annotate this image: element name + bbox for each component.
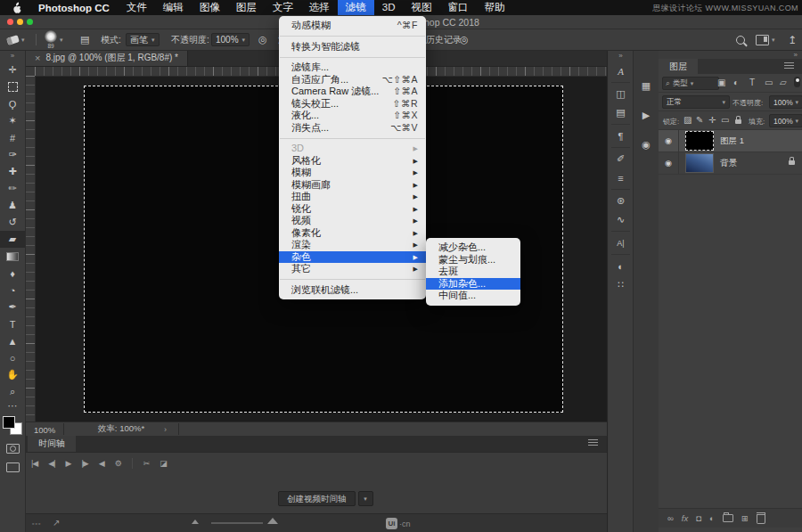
- search-button[interactable]: [736, 29, 745, 50]
- toggle-brush-settings-button[interactable]: ▤: [80, 29, 89, 50]
- pen-tool[interactable]: ✒: [0, 299, 25, 315]
- dodge-tool[interactable]: ◔: [0, 282, 25, 299]
- status-options-chevron[interactable]: ›: [164, 425, 167, 434]
- menu-item-blur[interactable]: 模糊▶: [279, 167, 426, 179]
- menu-item-pixelate[interactable]: 像素化▶: [279, 227, 426, 240]
- screen-mode-button[interactable]: [6, 462, 20, 472]
- foreground-background-colors[interactable]: [3, 416, 22, 435]
- menu-view[interactable]: 视图: [404, 0, 440, 15]
- filter-shape-layers-icon[interactable]: ▭: [765, 78, 773, 87]
- vertical-ruler[interactable]: [26, 76, 36, 422]
- filter-toggle-switch[interactable]: [794, 77, 800, 87]
- new-group-folder-icon[interactable]: [723, 514, 733, 522]
- layer-filter-type-select[interactable]: ⌕ 类型 ▾: [662, 77, 719, 90]
- brush-tool[interactable]: ✏: [0, 180, 25, 197]
- paragraph-panel-icon[interactable]: ¶: [609, 127, 633, 145]
- zoom-in-thumbnails-icon[interactable]: [267, 518, 278, 524]
- menu-item-vanishing-point[interactable]: 消失点...⌥⌘V: [279, 122, 426, 135]
- lock-artboard-icon[interactable]: ▭: [721, 115, 729, 125]
- eyedropper-tool[interactable]: ✑: [0, 146, 25, 163]
- clone-stamp-tool[interactable]: ♟: [0, 197, 25, 214]
- magic-wand-tool[interactable]: ✶: [0, 112, 25, 129]
- foreground-color-swatch[interactable]: [3, 416, 15, 429]
- filter-adjustment-layers-icon[interactable]: ◐: [733, 78, 739, 87]
- menu-item-noise-highlighted[interactable]: 杂色▶: [279, 251, 426, 264]
- layer-style-fx-icon[interactable]: fx: [682, 513, 688, 523]
- menu-item-adaptive-wide-angle[interactable]: 自适应广角...⌥⇧⌘A: [279, 74, 426, 86]
- path-select-tool[interactable]: ▲: [0, 332, 25, 349]
- menu-item-lens-correction[interactable]: 镜头校正...⇧⌘R: [279, 98, 426, 110]
- character-styles-panel-icon[interactable]: A|: [609, 233, 633, 252]
- transition-icon[interactable]: ◪: [160, 459, 167, 468]
- menu-item-despeckle[interactable]: 去斑: [426, 266, 520, 278]
- go-first-frame-button[interactable]: |◀: [31, 459, 37, 468]
- share-button[interactable]: ↥: [788, 29, 797, 50]
- brushes-panel-icon[interactable]: ≡: [609, 168, 633, 187]
- menu-help[interactable]: 帮助: [477, 0, 513, 15]
- crop-tool[interactable]: #: [0, 129, 25, 146]
- actions-panel-icon[interactable]: ▶: [634, 106, 659, 125]
- menu-item-filter-gallery[interactable]: 滤镜库...: [279, 61, 426, 74]
- mute-audio-button[interactable]: ◀: [99, 459, 104, 468]
- menu-item-video[interactable]: 视频▶: [279, 215, 426, 227]
- menu-item-sharpen[interactable]: 锐化▶: [279, 203, 426, 216]
- visibility-eye-icon[interactable]: ◉: [659, 152, 679, 174]
- delete-layer-trash-icon[interactable]: [757, 512, 765, 524]
- menu-file[interactable]: 文件: [119, 0, 155, 15]
- menu-3d[interactable]: 3D: [374, 0, 404, 15]
- render-video-icon[interactable]: ↗: [53, 518, 60, 528]
- menu-select[interactable]: 选择: [301, 0, 338, 15]
- menu-item-other[interactable]: 其它▶: [279, 263, 426, 275]
- opacity-select[interactable]: 100% ▾: [769, 95, 802, 109]
- lock-all-icon[interactable]: [735, 119, 741, 124]
- properties-panel-icon[interactable]: ▤: [609, 103, 633, 122]
- menu-item-reduce-noise[interactable]: 减少杂色...: [426, 241, 520, 254]
- menu-type[interactable]: 文字: [265, 0, 301, 15]
- erase-to-history-label[interactable]: 历史记录: [426, 29, 462, 50]
- eraser-tool-selected[interactable]: ▰: [0, 231, 25, 248]
- layer1-thumbnail[interactable]: [685, 131, 714, 151]
- lasso-tool[interactable]: Ϙ: [0, 95, 25, 112]
- cc-libraries-icon[interactable]: ◉: [634, 135, 659, 154]
- filter-pixel-layers-icon[interactable]: ▣: [717, 78, 725, 87]
- healing-brush-tool[interactable]: ✚: [0, 163, 25, 180]
- shape-tool[interactable]: ○: [0, 349, 25, 366]
- close-tab-icon[interactable]: ×: [35, 53, 40, 63]
- visibility-eye-icon[interactable]: ◉: [659, 130, 679, 151]
- document-tab[interactable]: × 8.jpg @ 100% (图层 1, RGB/8#) *: [26, 50, 188, 66]
- libraries-panel-icon[interactable]: ◫: [609, 85, 633, 103]
- layer-name[interactable]: 背景: [720, 158, 737, 169]
- menu-item-blur-gallery[interactable]: 模糊画廊▶: [279, 179, 426, 192]
- close-window-button[interactable]: [7, 19, 13, 25]
- smoothing-button[interactable]: ◎: [460, 29, 469, 50]
- split-clip-scissors-icon[interactable]: ✂: [143, 459, 150, 468]
- menu-item-stylize[interactable]: 风格化▶: [279, 155, 426, 168]
- new-layer-icon[interactable]: ⊞: [741, 513, 749, 523]
- lock-image-pixels-icon[interactable]: ✎: [696, 115, 703, 125]
- filter-type-layers-icon[interactable]: T: [749, 78, 755, 87]
- menu-item-distort[interactable]: 扭曲▶: [279, 191, 426, 203]
- swatches-panel-icon[interactable]: ⊛: [609, 192, 633, 210]
- opacity-select[interactable]: 100%▾: [211, 29, 250, 50]
- menu-item-median[interactable]: 中间值...: [426, 290, 520, 302]
- zoom-out-thumbnails-icon[interactable]: [192, 520, 199, 524]
- menu-item-liquify[interactable]: 液化...⇧⌘X: [279, 110, 426, 122]
- tool-preset-picker[interactable]: ▾: [7, 29, 25, 50]
- dock-collapse-icon[interactable]: »: [609, 50, 633, 61]
- zoom-tool[interactable]: ⌕: [0, 383, 25, 400]
- pressure-opacity-button[interactable]: ◎: [258, 29, 267, 50]
- layer-row-background[interactable]: ◉ 背景: [659, 152, 802, 175]
- layer-row-layer1[interactable]: ◉ 图层 1: [659, 130, 802, 152]
- tab-timeline[interactable]: 时间轴: [28, 436, 76, 452]
- lock-transparent-pixels-icon[interactable]: ▨: [683, 115, 692, 125]
- apple-icon[interactable]: [0, 2, 29, 13]
- menu-item-render[interactable]: 渲染▶: [279, 239, 426, 251]
- play-button[interactable]: ▶: [66, 459, 71, 468]
- type-tool[interactable]: T: [0, 315, 25, 332]
- background-thumbnail[interactable]: [685, 153, 714, 173]
- marquee-tool[interactable]: [0, 78, 25, 95]
- paths-panel-icon[interactable]: ∿: [609, 210, 633, 229]
- toolbar-collapse-icon[interactable]: »: [0, 50, 25, 61]
- create-video-timeline-button[interactable]: 创建视频时间轴: [278, 491, 356, 506]
- brush-settings-panel-icon[interactable]: ✐: [609, 150, 633, 168]
